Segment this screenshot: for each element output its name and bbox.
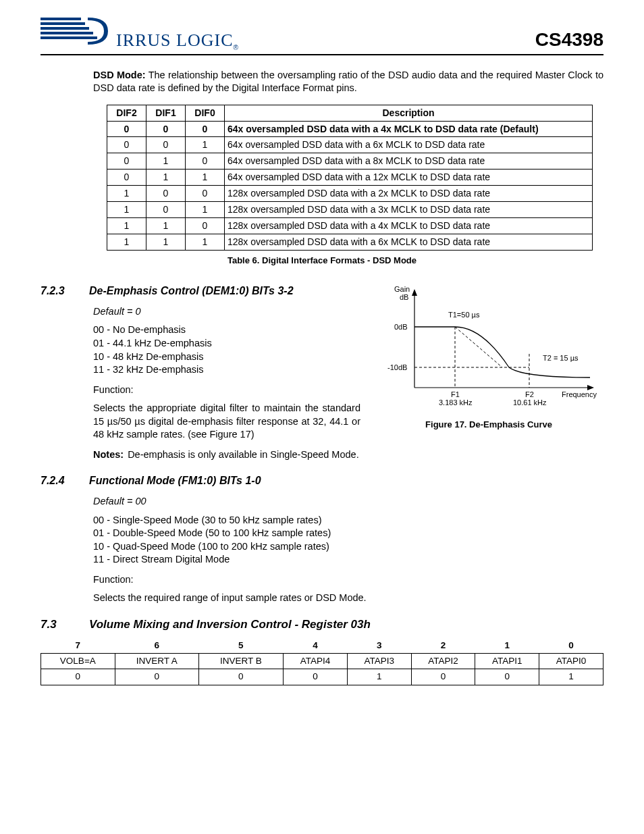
f1-val: 3.183 kHz: [439, 398, 473, 407]
dif-cell: 1: [146, 234, 186, 250]
section-7-3-heading: 7.3Volume Mixing and Inversion Control -…: [41, 617, 603, 633]
dif-th-dif2: DIF2: [107, 105, 146, 121]
option-line: 01 - Double-Speed Mode (50 to 100 kHz sa…: [93, 527, 603, 540]
func-label-724: Function:: [93, 573, 603, 587]
section-7-2-4-heading: 7.2.4Functional Mode (FM1:0) BITs 1-0: [41, 473, 603, 488]
reg-cell: 0: [41, 669, 115, 685]
dif-cell: 0: [146, 137, 186, 153]
reg-cell: 0: [411, 669, 475, 685]
reg-cell: 0: [284, 669, 348, 685]
sec-num: 7.3: [41, 617, 89, 633]
dif-desc: 64x oversampled DSD data with a 6x MCLK …: [225, 137, 593, 153]
f2-val: 10.61 kHz: [513, 398, 547, 407]
reg-cell: 1: [539, 669, 603, 685]
table6-caption: Table 6. Digital Interface Formats - DSD…: [41, 255, 603, 267]
reg-cell: 0: [539, 638, 603, 654]
dif-desc: 128x oversampled DSD data with a 2x MCLK…: [225, 186, 593, 202]
option-line: 00 - No De-emphasis: [93, 323, 360, 337]
svg-rect-3: [41, 32, 93, 34]
reg-cell: 2: [411, 638, 475, 654]
func-text-724: Selects the required range of input samp…: [93, 592, 603, 605]
dif-cell: 1: [186, 202, 225, 218]
dif-cell: 1: [107, 234, 146, 250]
intro-paragraph: DSD Mode: The relationship between the o…: [93, 69, 603, 95]
option-line: 01 - 44.1 kHz De-emphasis: [93, 337, 360, 350]
dif-cell: 0: [186, 186, 225, 202]
axis-y-unit: dB: [400, 293, 408, 301]
option-line: 11 - Direct Stream Digital Mode: [93, 553, 603, 567]
dif-desc: 128x oversampled DSD data with a 6x MCLK…: [225, 234, 593, 250]
table-row: 111128x oversampled DSD data with a 6x M…: [107, 234, 593, 250]
reg-cell: ATAPI4: [284, 654, 348, 669]
notes-text: De-emphasis is only available in Single-…: [128, 448, 360, 462]
svg-line-12: [455, 327, 502, 367]
svg-marker-8: [587, 385, 594, 390]
sec-num: 7.2.4: [41, 473, 89, 488]
reg-cell: 0: [475, 669, 539, 685]
default-723: Default = 0: [93, 305, 360, 319]
page-header: IRRUS LOGIC ® CS4398: [41, 14, 603, 55]
table-row: 101128x oversampled DSD data with a 3x M…: [107, 202, 593, 218]
reg-cell: 0: [198, 669, 283, 685]
dif-cell: 0: [146, 121, 186, 137]
tick-0db: 0dB: [394, 323, 408, 331]
reg-cell: 5: [198, 638, 283, 654]
dif-cell: 0: [107, 137, 146, 153]
dif-th-desc: Description: [225, 105, 593, 121]
option-line: 11 - 32 kHz De-emphasis: [93, 363, 360, 377]
dif-cell: 0: [186, 121, 225, 137]
table-row: 100128x oversampled DSD data with a 2x M…: [107, 186, 593, 202]
reg-cell: INVERT B: [198, 654, 283, 669]
option-line: 00 - Single-Speed Mode (30 to 50 kHz sam…: [93, 514, 603, 527]
dif-cell: 0: [146, 202, 186, 218]
dif-cell: 0: [186, 153, 225, 170]
dif-desc: 64x oversampled DSD data with a 4x MCLK …: [225, 121, 593, 137]
table-row: 00064x oversampled DSD data with a 4x MC…: [107, 121, 593, 137]
reg-cell: 3: [347, 638, 411, 654]
reg-cell: 6: [115, 638, 198, 654]
dif-desc: 64x oversampled DSD data with a 12x MCLK…: [225, 170, 593, 186]
reg-cell: ATAPI2: [411, 654, 475, 669]
dif-table: DIF2 DIF1 DIF0 Description 00064x oversa…: [107, 105, 593, 251]
dif-cell: 1: [107, 217, 146, 234]
func-text-723: Selects the appropriate digital filter t…: [93, 402, 360, 442]
sec-723-body: Default = 0 00 - No De-emphasis01 - 44.1…: [93, 305, 360, 442]
svg-rect-1: [41, 22, 85, 25]
notes-723: Notes: De-emphasis is only available in …: [93, 448, 360, 462]
t1-label: T1=50 µs: [448, 311, 480, 319]
svg-marker-6: [412, 289, 417, 296]
sec-title: Functional Mode (FM1:0) BITs 1-0: [89, 475, 261, 486]
dif-cell: 0: [186, 217, 225, 234]
reg-cell: ATAPI1: [475, 654, 539, 669]
part-number: CS4398: [535, 27, 603, 53]
sec-title: Volume Mixing and Inversion Control - Re…: [89, 618, 371, 631]
dif-cell: 1: [107, 186, 146, 202]
section-7-2-3-heading: 7.2.3De-Emphasis Control (DEM1:0) BITs 3…: [41, 284, 360, 298]
dif-th-dif0: DIF0: [186, 105, 225, 121]
dif-th-dif1: DIF1: [146, 105, 186, 121]
axis-y-label: Gain: [394, 285, 410, 293]
reg-cell: 7: [41, 638, 115, 654]
dif-cell: 1: [146, 217, 186, 234]
sec-724-body: Default = 00 00 - Single-Speed Mode (30 …: [93, 495, 603, 605]
svg-rect-2: [41, 27, 89, 30]
reg-cell: 1: [347, 669, 411, 685]
dif-cell: 1: [186, 137, 225, 153]
table-row: 01164x oversampled DSD data with a 12x M…: [107, 170, 593, 186]
tick-m10db: -10dB: [387, 363, 407, 371]
logo: IRRUS LOGIC ®: [41, 14, 238, 53]
dif-cell: 0: [107, 170, 146, 186]
func-label-723: Function:: [93, 384, 360, 397]
reg-cell: VOLB=A: [41, 654, 115, 669]
dif-desc: 128x oversampled DSD data with a 3x MCLK…: [225, 202, 593, 218]
figure-17: Gain dB 0dB -10dB T1=50 µs T2 = 15 µs F1…: [374, 280, 603, 431]
dif-cell: 1: [107, 202, 146, 218]
dif-cell: 1: [186, 234, 225, 250]
reg-cell: 1: [475, 638, 539, 654]
logo-mark-icon: [41, 14, 115, 53]
register-03h-table: 76543210 VOLB=AINVERT AINVERT BATAPI4ATA…: [41, 638, 603, 685]
logo-text: IRRUS LOGIC: [116, 28, 234, 52]
reg-cell: 0: [115, 669, 198, 685]
intro-text: The relationship between the oversamplin…: [93, 70, 603, 94]
registered-icon: ®: [234, 43, 238, 53]
